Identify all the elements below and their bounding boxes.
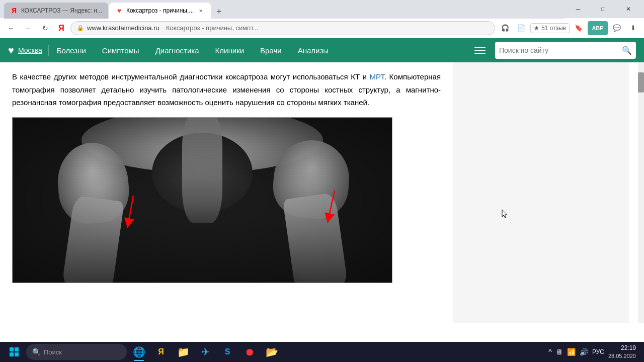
address-tools: 🎧 📄 ★ 51 отзыв 🔖 ABP 💬 ⬇	[498, 21, 640, 35]
xray-image	[12, 117, 392, 283]
svg-line-1	[128, 196, 133, 223]
tab-1[interactable]: Я КОКСАРТРОЗ — Яндекс: н...	[4, 3, 108, 19]
audio-button[interactable]: 🎧	[498, 21, 512, 35]
url-page-title: Коксартроз - причины, симпт...	[163, 24, 259, 32]
chrome-icon: 🌐	[133, 346, 145, 358]
hidden-icons[interactable]: ^	[548, 348, 552, 356]
url-bar[interactable]: 🔒 www.krasotaimedicina.ru Коксартроз - п…	[70, 21, 495, 35]
star-icon: ★	[534, 25, 539, 32]
forward-button[interactable]: →	[21, 21, 35, 35]
maximize-button[interactable]: □	[592, 2, 615, 17]
scrollbar-thumb[interactable]	[638, 72, 644, 93]
nav-diseases[interactable]: Болезни	[49, 38, 94, 62]
taskbar-app-record[interactable]: ⏺	[239, 342, 260, 362]
review-badge[interactable]: ★ 51 отзыв	[530, 23, 570, 33]
record-icon: ⏺	[245, 346, 255, 358]
review-count: 51 отзыв	[541, 25, 566, 32]
xray-image-container	[12, 117, 392, 283]
tab-2-close[interactable]: ✕	[197, 7, 205, 15]
share-button[interactable]: 💬	[610, 21, 624, 35]
search-button[interactable]: 🔍	[622, 46, 632, 55]
yandex-browser-icon: Я	[158, 347, 164, 356]
tab-1-favicon: Я	[10, 7, 18, 15]
display-icon[interactable]: 🖥	[556, 348, 563, 356]
right-arrow	[319, 188, 345, 225]
taskbar-search[interactable]: 🔍 Поиск	[26, 344, 127, 360]
title-bar: Я КОКСАРТРОЗ — Яндекс: н... ♥ Коксартроз…	[0, 0, 644, 18]
left-arrow	[121, 193, 146, 230]
tab-2-title: Коксартроз - причины,...	[126, 7, 194, 14]
city-label[interactable]: Москва	[18, 46, 42, 54]
skype-icon: S	[225, 347, 230, 356]
nav-clinics[interactable]: Клиники	[207, 38, 252, 62]
yandex-logo: Я	[55, 22, 67, 34]
tab-2[interactable]: ♥ Коксартроз - причины,... ✕	[109, 3, 211, 19]
taskbar-app-telegram[interactable]: ✈	[195, 342, 215, 362]
search-box[interactable]: 🔍	[495, 42, 636, 59]
article-content: В качестве других методов инструментальн…	[0, 62, 453, 323]
site-navigation: ♥ Москва Болезни Симптомы Диагностика Кл…	[0, 38, 644, 62]
nav-doctors[interactable]: Врачи	[252, 38, 290, 62]
mrt-link[interactable]: МРТ	[370, 72, 384, 81]
reader-button[interactable]: 📄	[514, 21, 528, 35]
right-panel	[453, 62, 629, 323]
system-tray: ^ 🖥 📶 🔊 РУС 22:19 28.05.2020	[544, 344, 640, 360]
network-icon[interactable]: 📶	[567, 348, 576, 356]
files-icon: 📁	[177, 346, 190, 358]
new-tab-button[interactable]: +	[212, 5, 226, 19]
minimize-button[interactable]: ─	[567, 2, 590, 17]
clock[interactable]: 22:19 28.05.2020	[608, 344, 636, 360]
back-button[interactable]: ←	[4, 21, 18, 35]
windows-icon	[10, 347, 19, 356]
explorer-icon: 📂	[266, 346, 278, 358]
refresh-button[interactable]: ↻	[38, 21, 52, 35]
yabro-icon[interactable]: ABP	[588, 21, 608, 35]
taskbar-app-files[interactable]: 📁	[173, 342, 193, 362]
svg-line-3	[329, 191, 335, 218]
taskbar-app-yandex[interactable]: Я	[151, 342, 171, 362]
article-paragraph: В качестве других методов инструментальн…	[12, 70, 441, 109]
heart-icon: ♥	[8, 45, 14, 56]
url-domain: www.krasotaimedicina.ru	[87, 24, 159, 32]
nav-symptoms[interactable]: Симптомы	[94, 38, 147, 62]
telegram-icon: ✈	[201, 346, 210, 358]
taskbar-search-icon: 🔍	[32, 348, 41, 356]
main-wrapper: В качестве других методов инструментальн…	[0, 62, 644, 323]
start-button[interactable]	[4, 342, 24, 362]
close-button[interactable]: ✕	[617, 2, 640, 17]
speaker-icon[interactable]: 🔊	[580, 348, 588, 356]
nav-items: Болезни Симптомы Диагностика Клиники Вра…	[49, 38, 469, 62]
time-display: 22:19	[608, 344, 636, 352]
bookmark-button[interactable]: 🔖	[572, 21, 586, 35]
date-display: 28.05.2020	[608, 352, 636, 360]
tab-1-title: КОКСАРТРОЗ — Яндекс: н...	[21, 7, 102, 14]
hamburger-icon	[474, 47, 486, 54]
taskbar-search-label: Поиск	[44, 348, 62, 356]
taskbar-app-chrome[interactable]: 🌐	[129, 342, 149, 362]
download-button[interactable]: ⬇	[626, 21, 640, 35]
tab-2-favicon: ♥	[115, 7, 123, 15]
taskbar-app-skype[interactable]: S	[217, 342, 237, 362]
language-indicator[interactable]: РУС	[592, 348, 604, 355]
site-logo[interactable]: ♥ Москва	[8, 45, 49, 56]
scrollbar-track[interactable]	[638, 62, 644, 323]
address-bar: ← → ↻ Я 🔒 www.krasotaimedicina.ru Коксар…	[0, 18, 644, 38]
taskbar-app-explorer[interactable]: 📂	[262, 342, 282, 362]
window-controls: ─ □ ✕	[567, 2, 640, 17]
search-input[interactable]	[499, 46, 619, 54]
lock-icon: 🔒	[77, 25, 84, 31]
tabs-bar: Я КОКСАРТРОЗ — Яндекс: н... ♥ Коксартроз…	[4, 0, 565, 19]
taskbar: 🔍 Поиск 🌐 Я 📁 ✈ S ⏺ 📂 ^ 🖥 📶 🔊 РУС 22:19 …	[0, 342, 644, 362]
nav-tests[interactable]: Анализы	[290, 38, 337, 62]
hamburger-menu[interactable]	[471, 41, 489, 59]
nav-diagnostics[interactable]: Диагностика	[147, 38, 207, 62]
